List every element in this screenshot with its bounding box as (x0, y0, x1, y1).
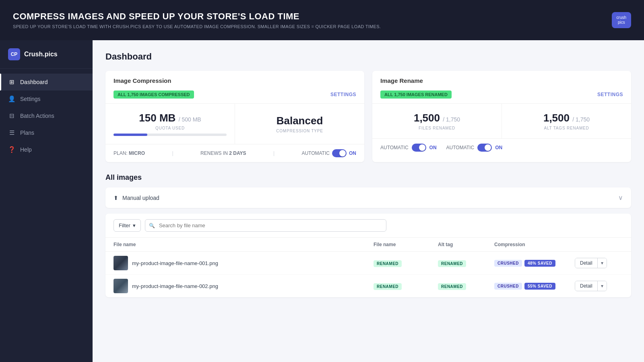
col-file-name2: File name (374, 242, 438, 247)
image-rename-card: Image Rename ALL 1,750 IMAGES RENAMED SE… (372, 71, 631, 162)
auto-toggle[interactable] (332, 149, 347, 157)
detail-btn-arrow-1[interactable]: ▾ (598, 258, 607, 268)
detail-btn-label-1[interactable]: Detail (575, 258, 598, 268)
dashboard-icon: ⊞ (8, 78, 15, 86)
compression-settings-link[interactable]: SETTINGS (330, 92, 356, 97)
col-file-name: File name (114, 242, 374, 247)
search-input[interactable] (145, 219, 386, 232)
footer-sep-1: | (172, 150, 173, 156)
brand-logo: crush pics (612, 12, 631, 28)
sidebar-logo-icon: CP (8, 48, 20, 60)
quota-bar-container (114, 134, 227, 136)
banner-text: COMPRESS IMAGES AND SPEED UP YOUR STORE'… (13, 11, 381, 29)
compression-card-footer: PLAN: MICRO | RENEWS IN 2 DAYS | AUTOMAT… (105, 144, 364, 162)
detail-button-1[interactable]: Detail ▾ (575, 258, 607, 268)
renews-info: RENEWS IN 2 DAYS (200, 150, 246, 156)
sidebar-item-label: Settings (20, 96, 41, 102)
files-renamed-value: 1,500 / 1,750 (414, 112, 460, 124)
file-name-1: my-product-image-file-name-001.png (132, 260, 218, 266)
file-name-2: my-product-image-file-name-002.png (132, 283, 218, 289)
upload-bar-left: ⬆ Manual upload (114, 195, 159, 201)
filter-button[interactable]: Filter ▾ (114, 219, 141, 232)
sidebar-item-label: Dashboard (20, 79, 48, 85)
col-action (575, 242, 623, 247)
sidebar-item-dashboard[interactable]: ⊞ Dashboard (0, 74, 93, 90)
automatic-label: AUTOMATIC (301, 150, 330, 156)
alt-tags-total: / 1,750 (572, 116, 590, 123)
col-compression: Compression (494, 242, 575, 247)
saved-badge-2: 55% SAVED (524, 283, 555, 290)
action-cell-2: Detail ▾ (575, 281, 623, 291)
file-thumbnail-2 (114, 279, 128, 293)
sidebar-item-label: Plans (20, 130, 34, 136)
crushed-badge-2: CRUSHED (494, 283, 522, 290)
file-cell-1: my-product-image-file-name-001.png (114, 256, 374, 270)
compression-status-badge: ALL 1,750 IMAGES COMPRESSED (114, 90, 194, 99)
table-header: File name File name Alt tag Compression (105, 238, 631, 252)
quota-value: 150 MB / 500 MB (139, 112, 201, 124)
table-toolbar: Filter ▾ (105, 214, 631, 238)
saved-badge-1: 48% SAVED (524, 260, 555, 267)
compression-cell-2: CRUSHED 55% SAVED (494, 283, 575, 290)
quota-total: / 500 MB (179, 116, 201, 123)
banner-subtitle: SPEED UP YOUR STORE'S LOAD TIME WITH CRU… (13, 24, 381, 29)
sidebar-logo-text: Crush.pics (24, 51, 58, 58)
upload-label: Manual upload (122, 195, 159, 201)
files-renamed-label: FILES RENAMED (419, 126, 455, 130)
rename-badge-row: ALL 1,750 IMAGES RENAMED SETTINGS (372, 87, 631, 103)
sidebar: CP Crush.pics ⊞ Dashboard 👤 Settings ⊟ B… (0, 40, 93, 362)
detail-btn-label-2[interactable]: Detail (575, 281, 598, 291)
all-images-section: All images ⬆ Manual upload ∨ Filter ▾ (105, 173, 631, 297)
footer-sep-2: | (273, 150, 275, 156)
banner-title: COMPRESS IMAGES AND SPEED UP YOUR STORE'… (13, 11, 381, 22)
alt-tags-label: ALT TAGS RENAMED (544, 126, 589, 130)
compression-card-header: Image Compression (105, 71, 364, 87)
rename-settings-link[interactable]: SETTINGS (597, 92, 623, 97)
sidebar-item-help[interactable]: ❓ Help (0, 141, 93, 158)
files-renamed-total: / 1,750 (443, 116, 460, 123)
sidebar-item-plans[interactable]: ☰ Plans (0, 124, 93, 141)
filter-label: Filter (119, 222, 130, 228)
rename-toggle-1[interactable] (412, 144, 426, 152)
search-wrapper (145, 219, 386, 232)
compression-badge-row: ALL 1,750 IMAGES COMPRESSED SETTINGS (105, 87, 364, 103)
rename-auto-2: AUTOMATIC ON (446, 144, 503, 152)
all-images-title: All images (105, 173, 631, 182)
batch-icon: ⊟ (8, 112, 15, 119)
detail-btn-arrow-2[interactable]: ▾ (598, 281, 607, 291)
content-area: Dashboard Image Compression ALL 1,750 IM… (93, 40, 644, 362)
images-table: Filter ▾ File name File name Alt tag Com… (105, 214, 631, 297)
rename-auto-label-1: AUTOMATIC (380, 145, 409, 150)
settings-icon: 👤 (8, 95, 15, 103)
sidebar-item-batch-actions[interactable]: ⊟ Batch Actions (0, 107, 93, 124)
quota-stat-block: 150 MB / 500 MB QUOTA USED (105, 104, 235, 144)
file-name-badge-cell-2: RENAMED (374, 283, 438, 289)
rename-stats: 1,500 / 1,750 FILES RENAMED 1,500 / 1,75… (372, 103, 631, 138)
on-label: ON (349, 150, 356, 156)
table-row: my-product-image-file-name-001.png RENAM… (105, 252, 631, 275)
sidebar-item-settings[interactable]: 👤 Settings (0, 90, 93, 107)
rename-on-label-2: ON (495, 145, 502, 150)
rename-toggle-2[interactable] (477, 144, 492, 152)
file-name-badge-1: RENAMED (374, 260, 402, 267)
rename-auto-1: AUTOMATIC ON (380, 144, 437, 152)
compression-type-value: Balanced (277, 115, 323, 127)
auto-toggle-wrapper: AUTOMATIC ON (301, 149, 356, 157)
sidebar-item-label: Help (20, 146, 32, 153)
rename-auto-label-2: AUTOMATIC (446, 145, 475, 150)
compression-card-body: ALL 1,750 IMAGES COMPRESSED SETTINGS 150… (105, 87, 364, 144)
compression-type-block: Balanced COMPRESSION TYPE (235, 104, 364, 144)
quota-label: QUOTA USED (155, 126, 185, 130)
files-renamed-block: 1,500 / 1,750 FILES RENAMED (372, 104, 502, 138)
chevron-down-icon: ∨ (618, 194, 623, 202)
detail-button-2[interactable]: Detail ▾ (575, 281, 607, 291)
plan-info: PLAN: MICRO (114, 150, 145, 156)
manual-upload-bar[interactable]: ⬆ Manual upload ∨ (105, 187, 631, 208)
quota-bar-bg (114, 134, 227, 136)
rename-card-body: ALL 1,750 IMAGES RENAMED SETTINGS 1,500 … (372, 87, 631, 138)
main-layout: CP Crush.pics ⊞ Dashboard 👤 Settings ⊟ B… (0, 40, 644, 362)
filter-chevron-icon: ▾ (133, 222, 136, 228)
sidebar-logo: CP Crush.pics (0, 40, 93, 69)
sidebar-item-label: Batch Actions (20, 113, 54, 119)
compression-cell-1: CRUSHED 48% SAVED (494, 260, 575, 267)
